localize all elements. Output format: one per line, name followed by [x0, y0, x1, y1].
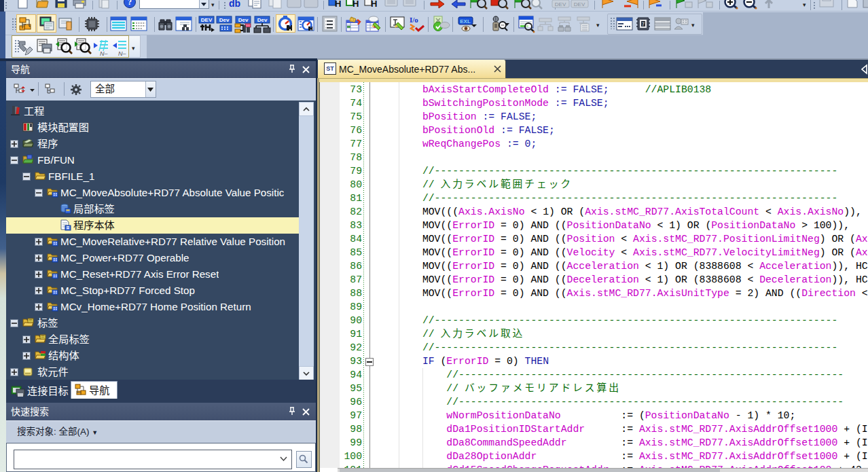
svg-text:Dev: Dev [238, 17, 249, 23]
svg-text:DEV: DEV [574, 1, 585, 7]
svg-text:H: H [335, 0, 341, 9]
svg-text:Dev: Dev [219, 17, 230, 23]
svg-text:DEV: DEV [201, 17, 213, 23]
svg-text:N–: N– [118, 50, 126, 57]
svg-text:EXL: EXL [460, 18, 471, 24]
svg-text:db: db [229, 0, 240, 9]
svg-text:H: H [371, 0, 377, 9]
svg-text:?: ? [128, 0, 132, 7]
svg-text:DEV: DEV [555, 1, 566, 7]
svg-text:H: H [352, 0, 359, 9]
svg-text:I/o: I/o [410, 16, 418, 24]
svg-text:Dev: Dev [257, 17, 268, 23]
svg-text:N–: N– [100, 50, 108, 57]
svg-text:7: 7 [642, 22, 645, 26]
